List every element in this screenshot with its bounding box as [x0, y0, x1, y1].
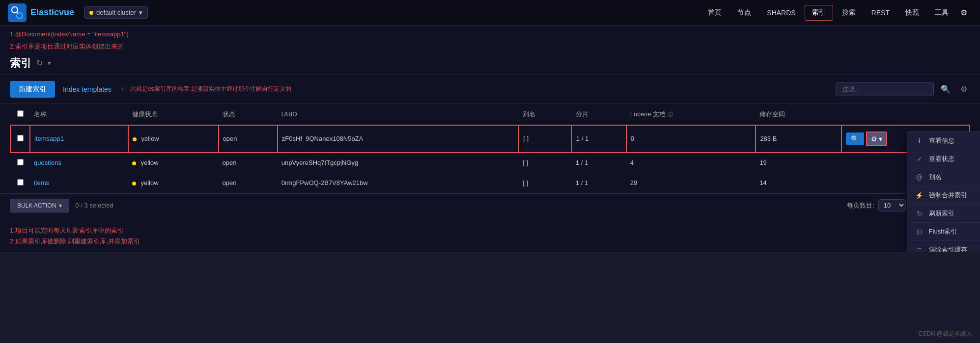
header-storage: 储存空间	[756, 104, 841, 125]
row-gear-button[interactable]: ⚙ ▾	[866, 132, 887, 146]
settings-icon[interactable]: ⚙	[955, 5, 972, 20]
alias-cell: [ ]	[519, 153, 572, 173]
actions-cell: 🔍 ⚙ ▾ ℹ 查看信息	[841, 125, 970, 153]
checkmark-icon: ✓	[915, 155, 924, 163]
refresh-icon: ↻	[915, 210, 924, 217]
index-name-cell: itemsapp1	[30, 125, 128, 153]
flush-icon: ⊡	[915, 228, 924, 236]
row-search-button[interactable]: 🔍	[846, 132, 864, 145]
elasticvue-logo	[8, 3, 27, 22]
docs-info-icon: ⓘ	[668, 111, 673, 117]
page-size-label: 每页数目:	[847, 201, 874, 210]
menu-item-info[interactable]: ℹ 查看信息	[907, 132, 980, 150]
menu-item-refresh[interactable]: ↻ 刷新索引	[907, 205, 980, 223]
health-dot	[132, 182, 136, 185]
arrow-left: ←	[119, 84, 128, 94]
health-cell: yellow	[128, 173, 219, 193]
bulk-dropdown-icon: ▾	[59, 202, 62, 209]
index-name-link[interactable]: questions	[34, 159, 61, 166]
menu-item-force-merge[interactable]: ⚡ 强制合并索引	[907, 186, 980, 205]
index-templates-link[interactable]: Index templates	[63, 85, 112, 93]
bottom-annotation-line2: 2.如果索引库被删除,则重建索引库,并添加索引	[10, 236, 970, 247]
filter-input[interactable]	[836, 82, 934, 96]
selected-count: 0 / 3 selected	[75, 202, 113, 209]
status-cell: open	[219, 153, 278, 173]
nav-rest[interactable]: REST	[865, 6, 896, 20]
header-uuid: UUID	[278, 104, 519, 125]
nav-search[interactable]: 搜索	[835, 5, 863, 20]
index-name-cell: questions	[30, 153, 128, 173]
nav-items: 首页 节点 SHARDS 索引 搜索 REST 快照 工具	[701, 5, 955, 21]
page-header: 1.@Document(indexName = "itemsapp1") 2.索…	[0, 26, 980, 75]
health-dot	[133, 137, 137, 141]
index-table-container: 名称 健康状态 状态 UUID 别名 分片 Lucene 文档 ⓘ 储存空间	[0, 104, 980, 193]
title-dropdown-icon[interactable]: ▾	[48, 59, 51, 67]
header-checkbox-col	[10, 104, 30, 125]
bottom-annotation: 1.项目可以定时每天刷新索引库中的索引 2.如果索引库被删除,则重建索引库,并添…	[0, 217, 980, 252]
search-icon-button[interactable]: 🔍	[938, 82, 953, 96]
page-size-select[interactable]: 10 25 50 100	[878, 199, 906, 211]
health-cell: yellow	[128, 125, 219, 153]
row-action-wrap: 🔍 ⚙ ▾ ℹ 查看信息	[846, 132, 887, 146]
page-title: 索引	[10, 56, 31, 71]
alias-cell: [ ]	[519, 173, 572, 193]
app-title: Elasticvue	[30, 7, 74, 18]
annotation-line2: 2.索引库是项目通过对应实体创建出来的	[10, 42, 970, 52]
header-docs: Lucene 文档 ⓘ	[626, 104, 756, 125]
health-dot	[132, 161, 136, 165]
header-alias: 别名	[519, 104, 572, 125]
uuid-cell: unpVyereSHq7tTgcpjNGyg	[278, 153, 519, 173]
index-name-cell: items	[30, 173, 128, 193]
status-cell: open	[219, 125, 278, 153]
menu-item-alias[interactable]: @ 别名	[907, 168, 980, 186]
nav-snapshots[interactable]: 快照	[898, 5, 926, 20]
nav-indices[interactable]: 索引	[805, 5, 833, 21]
index-table: 名称 健康状态 状态 UUID 别名 分片 Lucene 文档 ⓘ 储存空间	[10, 104, 970, 193]
gear-dropdown-arrow: ▾	[879, 135, 882, 143]
cluster-name: default cluster	[96, 9, 136, 16]
header-health: 健康状态	[128, 104, 219, 125]
row-checkbox[interactable]	[17, 159, 24, 165]
merge-icon: ⚡	[915, 191, 924, 199]
storage-cell: 19	[756, 153, 841, 173]
settings-icon-button[interactable]: ⚙	[957, 82, 970, 96]
uuid-cell: zF0sHf_9QNanex108N5oZA	[278, 125, 519, 153]
shards-cell: 1 / 1	[572, 125, 626, 153]
menu-item-clear-cache[interactable]: ≡ 清除索引缓存	[907, 241, 980, 252]
header-name: 名称	[30, 104, 128, 125]
row-checkbox-cell	[10, 153, 30, 173]
index-name-link[interactable]: itemsapp1	[34, 135, 64, 142]
index-name-link[interactable]: items	[34, 179, 49, 186]
table-row: questions yellow open unpVyereSHq7tTgcpj…	[10, 153, 970, 173]
menu-item-flush[interactable]: ⊡ Flush索引	[907, 223, 980, 241]
alias-cell: [ ]	[519, 125, 572, 153]
health-cell: yellow	[128, 153, 219, 173]
select-all-checkbox[interactable]	[17, 110, 24, 117]
storage-cell: 14	[756, 173, 841, 193]
bottom-annotation-line1: 1.项目可以定时每天刷新索引库中的索引	[10, 225, 970, 236]
refresh-icon[interactable]: ↻	[36, 58, 43, 68]
gear-icon: ⚙	[871, 135, 877, 143]
nav-home[interactable]: 首页	[701, 5, 728, 20]
table-row: itemsapp1 yellow open zF0sHf_9QNanex108N…	[10, 125, 970, 153]
top-navigation: Elasticvue default cluster ▾ 首页 节点 SHARD…	[0, 0, 980, 26]
nav-tools[interactable]: 工具	[928, 5, 955, 20]
at-icon: @	[915, 173, 924, 181]
storage-cell: 283 B	[756, 125, 841, 153]
nav-shards[interactable]: SHARDS	[760, 6, 802, 20]
table-row: items yellow open 0rmgFPwOQ-2B7V8YAw21bw…	[10, 173, 970, 193]
row-checkbox-cell	[10, 125, 30, 153]
row-checkbox[interactable]	[17, 135, 24, 141]
bulk-action-button[interactable]: BULK ACTION ▾	[10, 199, 69, 212]
bottom-bar: BULK ACTION ▾ 0 / 3 selected 每页数目: 10 25…	[0, 193, 980, 217]
row-checkbox[interactable]	[17, 179, 24, 185]
shards-cell: 1 / 1	[572, 173, 626, 193]
cluster-selector[interactable]: default cluster ▾	[84, 6, 148, 19]
index-name-annotation: 此就是es索引库的名字:是项目实体中通过那个注解自行定义的	[130, 85, 291, 93]
new-index-button[interactable]: 新建索引	[10, 81, 55, 98]
nav-nodes[interactable]: 节点	[730, 5, 758, 20]
docs-cell: 4	[626, 153, 756, 173]
header-actions	[841, 104, 970, 125]
table-header-row: 名称 健康状态 状态 UUID 别名 分片 Lucene 文档 ⓘ 储存空间	[10, 104, 970, 125]
menu-item-status[interactable]: ✓ 查看状态	[907, 150, 980, 168]
